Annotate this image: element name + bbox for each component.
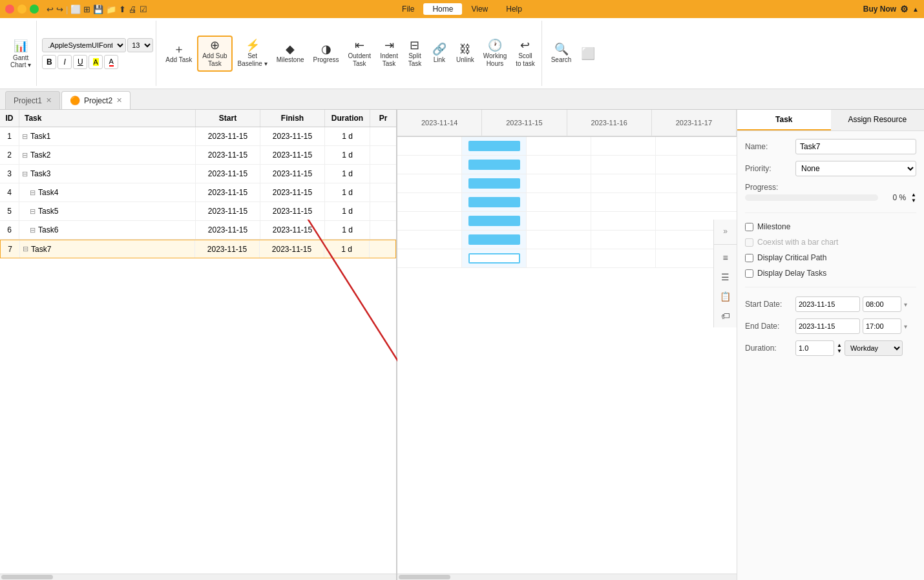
clipboard-button[interactable]: 📋 xyxy=(717,287,735,306)
close-button[interactable] xyxy=(5,5,14,14)
gantt-bar-2[interactable] xyxy=(468,178,520,189)
font-color-button[interactable]: A xyxy=(104,55,118,69)
search-button[interactable]: 🔍 Search xyxy=(547,41,576,67)
italic-button[interactable]: I xyxy=(58,55,72,69)
end-time-input[interactable] xyxy=(863,318,901,334)
delay-tasks-checkbox[interactable] xyxy=(745,269,753,278)
scrollbar-thumb[interactable] xyxy=(1,575,53,579)
undo-icon[interactable]: ↩ xyxy=(47,5,54,14)
buy-now-button[interactable]: Buy Now xyxy=(863,5,896,14)
progress-button[interactable]: ◑ Progress xyxy=(310,41,343,67)
font-size-select[interactable]: 13 xyxy=(127,38,153,52)
critical-path-row: Display Critical Path xyxy=(745,253,916,262)
tab-project2-close[interactable]: ✕ xyxy=(116,96,122,105)
duration-unit-select[interactable]: Workday Day Hour Week xyxy=(845,340,903,356)
progress-spinner[interactable]: ▲▼ xyxy=(911,192,916,203)
add-sub-task-button[interactable]: ⊕ Add SubTask xyxy=(197,36,232,72)
list-view-button[interactable]: ☰ xyxy=(717,268,735,286)
end-date-input[interactable] xyxy=(795,318,860,334)
new-window-icon[interactable]: ⬜ xyxy=(70,5,81,14)
gantt-bar-3[interactable] xyxy=(468,197,520,207)
progress-bar-wrap xyxy=(745,194,878,201)
expand-icon-4[interactable]: ⊟ xyxy=(30,207,36,216)
horizontal-scrollbar[interactable] xyxy=(0,574,396,580)
split-task-button[interactable]: ⊟ SplitTask xyxy=(403,37,426,70)
name-input[interactable] xyxy=(795,139,916,154)
expand-icon-3[interactable]: ⊟ xyxy=(30,189,36,197)
table-row[interactable]: 4 ⊟ Task4 2023-11-15 2023-11-15 1 d xyxy=(0,183,396,202)
chevron-up-icon[interactable]: ▲ xyxy=(912,6,919,13)
cell-start-3: 2023-11-15 xyxy=(196,183,260,202)
menu-help[interactable]: Help xyxy=(497,3,531,15)
set-baseline-button[interactable]: ⚡ SetBaseline ▾ xyxy=(234,37,271,70)
expand-icon-6[interactable]: ⊟ xyxy=(23,245,28,253)
end-time-arrow[interactable]: ▾ xyxy=(904,323,907,330)
print-icon[interactable]: 🖨 xyxy=(129,5,137,14)
table-row[interactable]: 1 ⊟ Task1 2023-11-15 2023-11-15 1 d xyxy=(0,127,396,146)
expand-icon-5[interactable]: ⊟ xyxy=(30,226,36,234)
toolbar-group-tasks: ＋ Add Task ⊕ Add SubTask ⚡ SetBaseline ▾… xyxy=(159,21,541,86)
redo-icon[interactable]: ↪ xyxy=(56,5,63,14)
table-view-button[interactable]: ≡ xyxy=(717,249,735,267)
priority-select[interactable]: None Low Medium High xyxy=(795,161,916,176)
gantt-bar-6[interactable] xyxy=(468,253,520,264)
scroll-to-task-button[interactable]: ↩ Scollto task xyxy=(512,37,538,70)
share-icon[interactable]: ⬆ xyxy=(119,5,126,14)
duration-spinner[interactable]: ▲ ▼ xyxy=(837,342,842,354)
folder-icon[interactable]: 📁 xyxy=(106,5,116,14)
add-task-button[interactable]: ＋ Add Task xyxy=(162,41,196,67)
maximize-button[interactable] xyxy=(30,5,39,14)
menu-file[interactable]: File xyxy=(393,3,423,15)
more-button[interactable]: ⬜ xyxy=(576,44,600,63)
dur-up-icon[interactable]: ▲ xyxy=(837,342,842,348)
table-row[interactable]: 3 ⊟ Task3 2023-11-15 2023-11-15 1 d xyxy=(0,165,396,183)
working-hours-button[interactable]: 🕐 WorkingHours xyxy=(479,37,511,70)
start-time-arrow[interactable]: ▾ xyxy=(904,301,907,308)
expand-icon-2[interactable]: ⊟ xyxy=(22,170,28,178)
gantt-chart-button[interactable]: 📊 GanttChart ▾ xyxy=(8,36,34,71)
table-row[interactable]: 5 ⊟ Task5 2023-11-15 2023-11-15 1 d xyxy=(0,202,396,221)
critical-path-checkbox[interactable] xyxy=(745,254,753,262)
table-row[interactable]: 6 ⊟ Task6 2023-11-15 2023-11-15 1 d xyxy=(0,221,396,240)
duration-input[interactable] xyxy=(795,340,834,356)
menu-home[interactable]: Home xyxy=(423,3,462,15)
new-tab-icon[interactable]: ⊞ xyxy=(83,5,90,14)
gantt-bar-1[interactable] xyxy=(468,160,520,170)
tab-project1-close[interactable]: ✕ xyxy=(46,96,52,105)
expand-icon-0[interactable]: ⊟ xyxy=(22,132,28,141)
tag-button[interactable]: 🏷 xyxy=(717,307,735,325)
table-row[interactable]: 2 ⊟ Task2 2023-11-15 2023-11-15 1 d xyxy=(0,146,396,165)
save-icon[interactable]: 💾 xyxy=(93,5,103,14)
highlight-button[interactable]: A xyxy=(89,55,103,69)
milestone-checkbox[interactable] xyxy=(745,223,753,231)
table-row[interactable]: 7 ⊟ Task7 2023-11-15 2023-11-15 1 d xyxy=(0,240,396,258)
gantt-bar-4[interactable] xyxy=(468,216,520,226)
panel-tab-assign-resource[interactable]: Assign Resource xyxy=(831,110,925,130)
settings-icon[interactable]: ⚙ xyxy=(900,4,908,14)
scroll-to-task-icon: ↩ xyxy=(520,39,530,51)
outdent-task-button[interactable]: ⇤ OutdentTask xyxy=(344,37,375,70)
chart-scrollbar-thumb[interactable] xyxy=(399,575,450,579)
underline-button[interactable]: U xyxy=(73,55,87,69)
tab-project1[interactable]: Project1 ✕ xyxy=(5,91,60,109)
start-date-input[interactable] xyxy=(795,296,860,312)
unlink-button[interactable]: ⛓ Unlink xyxy=(452,41,478,67)
collapse-panel-button[interactable]: » xyxy=(717,222,735,240)
dur-down-icon[interactable]: ▼ xyxy=(837,348,842,354)
milestone-button[interactable]: ◆ Milestone xyxy=(273,41,308,67)
font-family-select[interactable]: .AppleSystemUIFont xyxy=(42,38,126,52)
gantt-bar-0[interactable] xyxy=(468,141,520,151)
checklist-icon[interactable]: ☑ xyxy=(140,5,147,14)
panel-tab-task[interactable]: Task xyxy=(737,110,831,130)
menu-view[interactable]: View xyxy=(462,3,497,15)
tab-project2[interactable]: 🟠 Project2 ✕ xyxy=(61,91,131,109)
indent-task-button[interactable]: ⇥ IndentTask xyxy=(376,37,402,70)
bold-button[interactable]: B xyxy=(42,55,56,69)
expand-icon-1[interactable]: ⊟ xyxy=(22,151,28,160)
gantt-chart-label: GanttChart ▾ xyxy=(10,54,31,68)
link-button[interactable]: 🔗 Link xyxy=(428,41,451,67)
gantt-bar-5[interactable] xyxy=(468,234,520,245)
minimize-button[interactable] xyxy=(17,5,26,14)
chart-horizontal-scrollbar[interactable] xyxy=(397,574,737,580)
start-time-input[interactable] xyxy=(863,296,901,312)
